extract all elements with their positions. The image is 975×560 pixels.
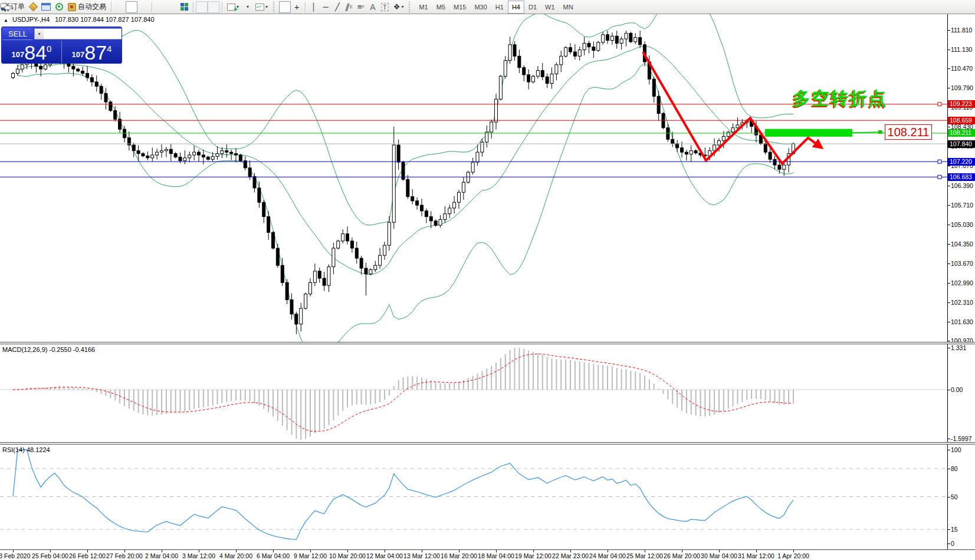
- time-axis-tick: [459, 550, 459, 552]
- zoom-in-button[interactable]: [155, 1, 166, 13]
- autotrading-label: 自动交易: [78, 2, 106, 12]
- time-axis-tick: [162, 550, 162, 552]
- symbol-period-label: USDJPY-,H4: [12, 16, 50, 23]
- window-chart-icon[interactable]: [39, 1, 53, 13]
- signal-icon[interactable]: [53, 1, 65, 13]
- shapes-icon: ❖: [393, 2, 400, 11]
- timeframe-h4[interactable]: H4: [508, 1, 524, 14]
- trendline-tool-button[interactable]: ╱: [331, 1, 343, 13]
- time-axis-label: 31 Mar 12:00: [738, 552, 774, 559]
- channel-tool-button[interactable]: ∥E: [343, 1, 355, 13]
- callout-anchor[interactable]: [878, 130, 882, 134]
- hline-handle[interactable]: [938, 103, 941, 106]
- indicators-button[interactable]: ▾: [253, 1, 270, 13]
- buy-price-big: 87: [84, 43, 107, 62]
- fibonacci-tool-button[interactable]: ≡F: [355, 1, 367, 13]
- sell-price[interactable]: 107 84 0: [2, 41, 61, 63]
- label-tool-button[interactable]: T: [379, 1, 391, 13]
- new-chart-button[interactable]: ▾: [225, 1, 241, 13]
- timeframe-m30[interactable]: M30: [470, 1, 491, 14]
- time-axis-label: 23 Feb 2020: [0, 552, 30, 559]
- zoom-out-button[interactable]: [166, 1, 178, 13]
- bar-chart-mode-button[interactable]: [114, 1, 126, 13]
- bollinger-bands: [18, 14, 793, 342]
- timeframe-mn[interactable]: MN: [559, 1, 577, 14]
- candlestick-mode-button[interactable]: [126, 1, 137, 13]
- rsi-panel[interactable]: [0, 444, 975, 549]
- panel-splitter[interactable]: [0, 342, 975, 344]
- toolbar-grip[interactable]: [409, 2, 412, 12]
- separator: [222, 2, 222, 12]
- timeframe-w1[interactable]: W1: [541, 1, 559, 14]
- time-axis-label: 3 Mar 12:00: [182, 552, 215, 559]
- crosshair-icon: +: [294, 2, 300, 12]
- time-axis-label: 30 Mar 04:00: [701, 552, 737, 559]
- volume-decrease-button[interactable]: ▼: [35, 29, 44, 39]
- macd-panel[interactable]: [0, 344, 975, 442]
- shapes-tool-button[interactable]: ❖▾: [391, 1, 406, 13]
- time-axis-label: 13 Mar 12:00: [403, 552, 440, 559]
- autoscroll-button[interactable]: [196, 1, 208, 13]
- timeframe-m15[interactable]: M15: [449, 1, 470, 14]
- toolbar: 新订单 自动交易: [0, 0, 975, 14]
- time-axis-label: 26 Mar 20:00: [664, 552, 700, 559]
- horizontal-line-icon: ─: [323, 2, 328, 11]
- autotrading-button[interactable]: 自动交易: [65, 1, 109, 13]
- rsi-line: [13, 450, 793, 539]
- crosshair-tool-button[interactable]: +: [291, 1, 303, 13]
- vertical-line-tool-button[interactable]: │: [308, 1, 320, 13]
- time-axis-tick: [50, 550, 51, 552]
- autotrading-icon: [68, 3, 76, 11]
- time-axis-tick: [719, 550, 720, 552]
- ohlc-label: 107.830 107.844 107.827 107.840: [55, 16, 154, 23]
- sell-price-pip: 0: [47, 44, 51, 54]
- timeframe-h1[interactable]: H1: [491, 1, 508, 14]
- vertical-line-icon: │: [311, 2, 316, 11]
- tile-windows-icon: [180, 3, 188, 11]
- tile-windows-button[interactable]: [178, 1, 191, 13]
- periods-button[interactable]: ▾: [241, 1, 253, 13]
- separator: [111, 2, 111, 12]
- green-zone-rectangle[interactable]: [765, 129, 852, 137]
- time-axis-tick: [236, 550, 237, 552]
- panel-splitter[interactable]: [0, 442, 975, 444]
- time-axis-tick: [124, 550, 125, 552]
- trendline-icon: ╱: [335, 2, 340, 11]
- toolbar-grip[interactable]: [273, 2, 276, 12]
- timeframe-m5[interactable]: M5: [432, 1, 449, 14]
- indicators-icon: [255, 4, 264, 11]
- timeframe-d1[interactable]: D1: [524, 1, 541, 14]
- chart-shift-button[interactable]: [208, 1, 219, 13]
- diamond-icon[interactable]: [27, 1, 39, 13]
- timeframe-m1[interactable]: M1: [415, 1, 432, 14]
- time-axis-label: 1 Apr 20:00: [777, 552, 809, 559]
- time-axis-label: 24 Mar 04:00: [589, 552, 626, 559]
- time-axis-tick: [13, 550, 14, 552]
- time-axis-border: [0, 549, 975, 550]
- time-axis-tick: [533, 550, 534, 552]
- time-axis-tick: [645, 550, 645, 552]
- chat-icon[interactable]: [0, 2, 12, 11]
- horizontal-line-tool-button[interactable]: ─: [320, 1, 331, 13]
- time-axis-label: 9 Mar 12:00: [294, 552, 327, 559]
- buy-price[interactable]: 107 87 4: [62, 41, 122, 63]
- one-click-trading-panel: SELL ▼ ▲ BUY 107 84 0 107 87 4: [1, 27, 122, 64]
- volume-input[interactable]: [44, 29, 122, 39]
- hline-handle[interactable]: [938, 160, 941, 163]
- price-callout[interactable]: 108.211: [885, 124, 932, 140]
- sell-button[interactable]: SELL: [2, 28, 33, 40]
- macd-histogram: [12, 348, 794, 440]
- time-axis-tick: [273, 550, 274, 552]
- hline-handle[interactable]: [938, 175, 941, 179]
- time-axis-tick: [347, 550, 348, 552]
- main-chart[interactable]: [0, 14, 975, 342]
- sell-price-big: 84: [24, 43, 47, 62]
- chevron-down-icon: ▾: [247, 4, 249, 9]
- chinese-annotation[interactable]: 多空转折点: [793, 87, 887, 111]
- chevron-down-icon: ▾: [265, 4, 268, 9]
- line-chart-mode-button[interactable]: [137, 1, 149, 13]
- text-tool-button[interactable]: A: [367, 1, 379, 13]
- cursor-tool-button[interactable]: [279, 1, 291, 13]
- time-axis-tick: [422, 550, 422, 552]
- candles: [12, 31, 795, 334]
